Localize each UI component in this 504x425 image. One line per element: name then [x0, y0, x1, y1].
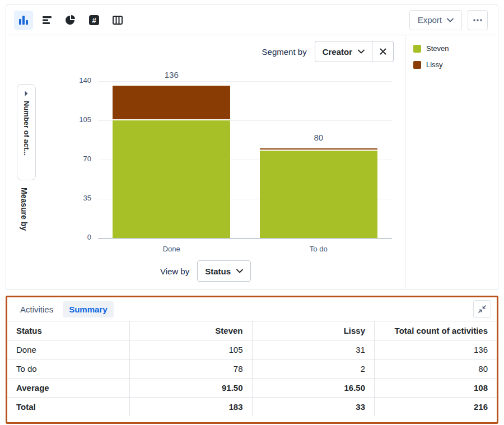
- table-header-cell: Status: [7, 321, 130, 340]
- table-cell: 136: [375, 340, 497, 359]
- table-cell: Done: [7, 340, 130, 359]
- y-tick-label: 140: [62, 76, 91, 85]
- y-tick-label: 105: [62, 115, 91, 124]
- table-header-cell: Total count of activities: [375, 321, 497, 340]
- collapse-button[interactable]: [473, 300, 491, 318]
- chart-type-switcher: #: [14, 11, 127, 30]
- chart-type-vertical-bar-button[interactable]: [14, 11, 33, 30]
- summary-table-head-row: StatusStevenLissyTotal count of activiti…: [7, 321, 497, 340]
- segment-by-control: Creator: [315, 41, 394, 62]
- table-cell: 16.50: [252, 379, 375, 398]
- table-row: To do78280: [7, 359, 497, 379]
- app: { "colors": { "accent_blue": "#1868db", …: [0, 0, 504, 425]
- table-header-cell: Lissy: [252, 321, 375, 340]
- close-icon: [380, 48, 386, 55]
- chart-card: # Export Segment by Creator: [6, 4, 498, 290]
- table-cell: 91.50: [130, 379, 253, 398]
- y-tick-label: 70: [62, 155, 91, 163]
- segment-by-value: Creator: [323, 47, 352, 57]
- y-tick-label: 35: [62, 194, 91, 202]
- bar-total-label: 136: [138, 70, 205, 80]
- table-cell: 2: [252, 359, 375, 379]
- summary-table-body: Done10531136To do78280Average91.5016.501…: [7, 340, 497, 417]
- tab-activities[interactable]: Activities: [14, 301, 59, 317]
- more-button[interactable]: [468, 10, 488, 30]
- bar-segment-lissy[interactable]: [260, 148, 377, 151]
- chevron-down-icon: [358, 49, 365, 54]
- legend-label: Steven: [426, 44, 449, 53]
- table-row: Average91.5016.50108: [7, 379, 497, 398]
- segment-by-label: Segment by: [262, 47, 307, 57]
- chart-type-table-button[interactable]: [108, 11, 127, 30]
- more-horizontal-icon: [473, 19, 482, 21]
- gridline: [98, 238, 392, 239]
- chart-type-horizontal-bar-button[interactable]: [38, 11, 57, 30]
- chevron-down-icon: [236, 269, 243, 273]
- table-icon: [111, 14, 124, 26]
- legend-label: Lissy: [426, 60, 443, 69]
- legend-item[interactable]: Lissy: [413, 60, 492, 69]
- summary-table: StatusStevenLissyTotal count of activiti…: [7, 321, 497, 416]
- panel-tabs: Activities Summary: [7, 297, 497, 321]
- category-label: To do: [285, 245, 352, 253]
- chart-area: Segment by Creator Number of act... Meas…: [6, 35, 498, 289]
- toolbar-actions: Export: [409, 10, 488, 30]
- pie-chart-icon: [64, 14, 77, 26]
- bar-segment-steven[interactable]: [260, 151, 377, 238]
- export-label: Export: [418, 15, 442, 25]
- chevron-down-icon: [447, 18, 454, 22]
- legend-item[interactable]: Steven: [413, 44, 492, 53]
- chart-toolbar: # Export: [6, 5, 498, 35]
- category-label: Done: [138, 245, 205, 253]
- legend: StevenLissy: [405, 35, 498, 289]
- y-axis-field-label: Number of act...: [22, 101, 31, 156]
- table-cell: 33: [252, 398, 375, 417]
- view-by-dropdown[interactable]: Status: [197, 260, 251, 282]
- table-cell: 216: [375, 398, 497, 417]
- vertical-bar-chart-icon: [17, 14, 30, 26]
- table-row: Done10531136: [7, 340, 497, 359]
- segment-remove-button[interactable]: [372, 41, 393, 62]
- chart-type-number-button[interactable]: #: [85, 11, 104, 30]
- table-cell: 31: [252, 340, 375, 359]
- bar-total-label: 80: [285, 133, 352, 142]
- number-icon: #: [88, 14, 100, 26]
- view-by-value: Status: [205, 267, 231, 276]
- table-cell: To do: [7, 359, 130, 379]
- table-cell: 80: [375, 359, 497, 379]
- gridline: [98, 81, 392, 82]
- bar-segment-steven[interactable]: [113, 120, 230, 238]
- table-cell: 105: [130, 340, 253, 359]
- legend-swatch-icon: [413, 45, 421, 53]
- segment-by-dropdown[interactable]: Creator: [315, 41, 372, 62]
- table-header-cell: Steven: [130, 321, 253, 340]
- view-by-label: View by: [160, 267, 189, 276]
- table-cell: Average: [7, 379, 130, 398]
- summary-panel: Activities Summary StatusStevenLissyTota…: [6, 296, 498, 424]
- y-tick-label: 0: [62, 233, 91, 241]
- table-cell: 78: [130, 359, 253, 379]
- measure-field-panel[interactable]: Number of act...: [17, 84, 36, 180]
- plot: Segment by Creator Number of act... Meas…: [6, 35, 405, 289]
- collapse-icon: [478, 305, 487, 314]
- horizontal-bar-chart-icon: [41, 14, 53, 26]
- measure-by-label: Measure by: [20, 188, 29, 231]
- tab-summary[interactable]: Summary: [63, 301, 113, 317]
- chart-type-pie-button[interactable]: [61, 11, 80, 30]
- svg-text:#: #: [92, 16, 96, 25]
- legend-swatch-icon: [413, 61, 421, 69]
- view-by-row: View by Status: [6, 260, 405, 282]
- table-cell: 183: [130, 398, 253, 417]
- segment-by-row: Segment by Creator: [262, 41, 394, 62]
- expand-arrow-icon: [25, 91, 28, 96]
- table-cell: Total: [7, 398, 130, 417]
- bar-segment-lissy[interactable]: [113, 86, 230, 120]
- table-row: Total18333216: [7, 398, 497, 417]
- table-cell: 108: [375, 379, 497, 398]
- export-button[interactable]: Export: [409, 10, 462, 30]
